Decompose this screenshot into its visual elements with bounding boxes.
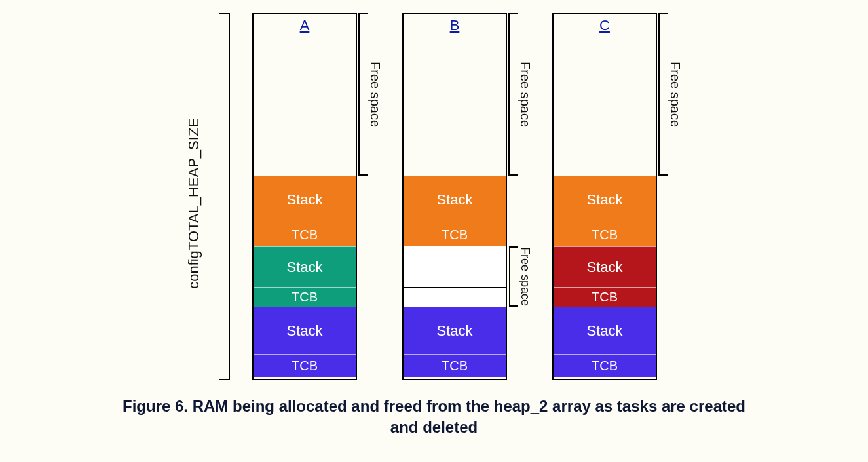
column-title-b: B: [404, 14, 506, 34]
column-title-c-text: C: [599, 17, 610, 33]
column-a: A Stack TCB Stack TCB Stack TCB Free spa…: [252, 13, 383, 380]
heap-box-b: B Stack TCB Stack TCB: [402, 13, 507, 380]
panels-row: configTOTAL_HEAP_SIZE A Stack TCB Stack …: [15, 13, 854, 380]
free-space-label: Free space: [668, 62, 683, 127]
free-region-b-mid: [404, 246, 506, 287]
tcb-block: TCB: [254, 223, 356, 246]
stack-block: Stack: [254, 246, 356, 287]
figure: configTOTAL_HEAP_SIZE A Stack TCB Stack …: [15, 13, 854, 438]
tcb-block: TCB: [404, 354, 506, 377]
tcb-block: TCB: [404, 223, 506, 246]
tcb-block: TCB: [554, 287, 656, 307]
column-c: C Stack TCB Stack TCB Stack TCB Free spa…: [552, 13, 683, 380]
bracket-icon: [509, 246, 518, 307]
y-axis-label: configTOTAL_HEAP_SIZE: [185, 118, 202, 289]
stack-block: Stack: [404, 176, 506, 223]
free-region-b-mid2: [404, 287, 506, 307]
side-labels-a: Free space: [358, 13, 383, 176]
tcb-block: TCB: [254, 354, 356, 377]
column-title-b-text: B: [450, 17, 460, 33]
free-space-label: Free space: [518, 62, 533, 127]
free-space-label: Free space: [368, 62, 383, 127]
tcb-block: TCB: [554, 223, 656, 246]
tcb-block: TCB: [554, 354, 656, 377]
stack-block: Stack: [554, 307, 656, 354]
column-title-a: A: [254, 14, 356, 34]
heap-box-a: A Stack TCB Stack TCB Stack TCB: [252, 13, 357, 380]
side-labels-c: Free space: [658, 13, 683, 176]
caption-line1: Figure 6. RAM being allocated and freed …: [123, 397, 745, 415]
tcb-block: TCB: [254, 287, 356, 307]
free-region-b-top: [404, 34, 506, 176]
stack-block: Stack: [254, 307, 356, 354]
stack-block: Stack: [554, 246, 656, 287]
caption-line2: and deleted: [390, 418, 478, 436]
figure-caption: Figure 6. RAM being allocated and freed …: [15, 396, 854, 438]
free-region-c-top: [554, 34, 656, 176]
column-title-c: C: [554, 14, 656, 34]
bracket-icon: [658, 13, 668, 176]
stack-block: Stack: [254, 176, 356, 223]
side-labels-b: Free space Free space: [508, 13, 533, 307]
heap-box-c: C Stack TCB Stack TCB Stack TCB: [552, 13, 657, 380]
free-space-label: Free space: [518, 247, 532, 306]
stack-block: Stack: [404, 307, 506, 354]
bracket-icon: [358, 13, 368, 176]
stack-block: Stack: [554, 176, 656, 223]
free-region-a-top: [254, 34, 356, 176]
column-b: B Stack TCB Stack TCB Free space Free sp…: [402, 13, 533, 380]
bracket-icon: [508, 13, 518, 176]
column-title-a-text: A: [300, 17, 310, 33]
left-bracket: [218, 13, 230, 380]
